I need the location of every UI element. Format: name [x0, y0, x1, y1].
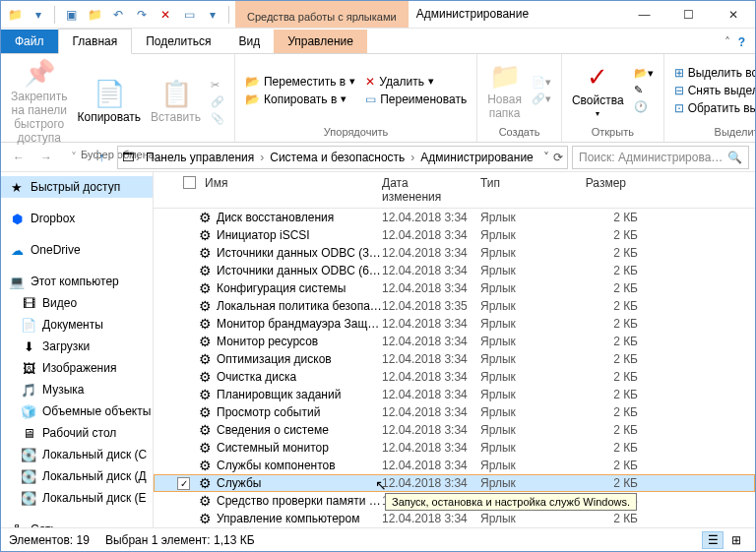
nav-downloads[interactable]: ⬇Загрузки: [1, 336, 153, 357]
chevron-right-icon[interactable]: ›: [258, 151, 266, 164]
nav-onedrive[interactable]: ☁OneDrive: [1, 239, 153, 261]
nav-disk-e[interactable]: 💽Локальный диск (Е: [1, 487, 153, 509]
nav-documents[interactable]: 📄Документы: [1, 314, 153, 336]
nav-quick-access[interactable]: ★Быстрый доступ: [1, 176, 153, 198]
file-row[interactable]: ⚙Монитор ресурсов12.04.2018 3:34Ярлык2 К…: [154, 333, 755, 350]
file-row[interactable]: ⚙Просмотр событий12.04.2018 3:34Ярлык2 К…: [154, 403, 755, 421]
tab-manage[interactable]: Управление: [274, 30, 367, 53]
nav-desktop[interactable]: 🖥Рабочий стол: [1, 422, 153, 444]
file-row[interactable]: ⚙Конфигурация системы12.04.2018 3:34Ярлы…: [154, 279, 755, 297]
rename-button[interactable]: ▭ Переименовать: [361, 91, 471, 108]
col-date[interactable]: Дата изменения: [376, 176, 474, 204]
file-row[interactable]: ⚙Службы компонентов12.04.2018 3:34Ярлык2…: [154, 457, 755, 474]
file-row[interactable]: ⚙Инициатор iSCSI12.04.2018 3:34Ярлык2 КБ: [154, 226, 755, 244]
navigation-pane[interactable]: ★Быстрый доступ ⬢Dropbox ☁OneDrive 💻Этот…: [1, 172, 154, 527]
select-all-button[interactable]: ⊞ Выделить все: [670, 64, 756, 82]
delete-icon[interactable]: ✕: [156, 5, 175, 25]
select-none-button[interactable]: ⊟ Снять выделение: [670, 82, 756, 99]
copy-button[interactable]: 📄Копировать: [73, 77, 145, 126]
file-row[interactable]: ⚙Диск восстановления12.04.2018 3:34Ярлык…: [154, 209, 755, 226]
file-size: 2 КБ: [569, 512, 638, 525]
nav-network[interactable]: 🖧Сеть: [1, 519, 153, 527]
file-row[interactable]: ⚙Локальная политика безопасности12.04.20…: [154, 297, 755, 315]
open-small-button[interactable]: 📂▾: [630, 65, 658, 82]
new-folder-button[interactable]: 📁Новая папка: [483, 59, 526, 122]
undo-icon[interactable]: ↶: [108, 5, 128, 25]
file-row[interactable]: ⚙Сведения о системе12.04.2018 3:34Ярлык2…: [154, 421, 755, 439]
file-row[interactable]: ⚙Источники данных ODBC (64-разряд...12.0…: [154, 262, 755, 279]
search-input[interactable]: Поиск: Администрирование 🔍: [572, 146, 749, 169]
file-row[interactable]: ⚙Системный монитор12.04.2018 3:34Ярлык2 …: [154, 439, 755, 457]
breadcrumb-segment[interactable]: Система и безопасность: [266, 151, 409, 164]
tab-share[interactable]: Поделиться: [132, 30, 224, 53]
up-button[interactable]: ↑: [90, 146, 113, 169]
file-row[interactable]: ⚙Управление компьютером12.04.2018 3:34Яр…: [154, 510, 755, 527]
rename-icon[interactable]: ▭: [179, 5, 199, 25]
help-icon[interactable]: ?: [738, 35, 745, 49]
nav-dropbox[interactable]: ⬢Dropbox: [1, 208, 153, 229]
paste-shortcut-button[interactable]: 📎: [207, 110, 228, 127]
nav-videos[interactable]: 🎞Видео: [1, 292, 153, 314]
redo-icon[interactable]: ↷: [132, 5, 152, 25]
col-size[interactable]: Размер: [563, 176, 632, 204]
col-type[interactable]: Тип: [474, 176, 563, 204]
pin-quickaccess-button[interactable]: 📌Закрепить на панели быстрого доступа: [7, 56, 71, 147]
breadcrumb-segment[interactable]: Администрирование: [416, 151, 536, 164]
file-row[interactable]: ⚙Источники данных ODBC (32-разряд...12.0…: [154, 244, 755, 262]
select-all-checkbox[interactable]: [183, 176, 196, 189]
breadcrumb-segment[interactable]: Панель управления: [142, 151, 258, 164]
file-name: Инициатор iSCSI: [217, 228, 382, 242]
forward-button[interactable]: →: [34, 146, 58, 169]
col-name[interactable]: Имя: [199, 176, 376, 204]
tab-file[interactable]: Файл: [1, 30, 58, 53]
maximize-button[interactable]: ☐: [666, 1, 711, 28]
nav-3d-objects[interactable]: 🧊Объемные объекты: [1, 400, 153, 422]
file-row[interactable]: ⚙Планировщик заданий12.04.2018 3:34Ярлык…: [154, 386, 755, 403]
search-icon[interactable]: 🔍: [727, 151, 742, 164]
dropdown-icon[interactable]: ▾: [29, 5, 48, 25]
address-bar[interactable]: 🗔 › Панель управления › Система и безопа…: [117, 146, 568, 169]
view-large-button[interactable]: ⊞: [725, 531, 747, 549]
shortcut-icon: ⚙: [199, 298, 217, 314]
properties-icon[interactable]: ▣: [61, 5, 81, 25]
file-row[interactable]: ✓⚙Службы12.04.2018 3:34Ярлык2 КБЗапуск, …: [154, 474, 755, 492]
nav-disk-d[interactable]: 💽Локальный диск (Д: [1, 465, 153, 487]
file-row[interactable]: ⚙Очистка диска12.04.2018 3:34Ярлык2 КБ: [154, 368, 755, 386]
nav-this-pc[interactable]: 💻Этот компьютер: [1, 271, 153, 292]
address-dropdown[interactable]: ˅: [543, 151, 549, 164]
nav-music[interactable]: 🎵Музыка: [1, 379, 153, 400]
ribbon-collapse-icon[interactable]: ˄: [724, 35, 730, 49]
row-checkbox[interactable]: ✓: [177, 477, 190, 490]
copy-to-button[interactable]: 📂 Копировать в ▾: [241, 91, 359, 108]
edit-small-button[interactable]: ✎: [630, 82, 658, 98]
cut-small-button[interactable]: ✂: [207, 77, 228, 93]
move-to-button[interactable]: 📂 Переместить в ▾: [241, 73, 359, 91]
recent-dropdown[interactable]: ˅: [62, 146, 86, 169]
new-item-button[interactable]: 📄▾: [528, 74, 555, 91]
file-row[interactable]: ⚙Оптимизация дисков12.04.2018 3:34Ярлык2…: [154, 350, 755, 368]
paste-button[interactable]: 📋Вставить: [147, 77, 205, 126]
file-row[interactable]: ⚙Монитор брандмауэра Защитника...12.04.2…: [154, 315, 755, 333]
history-small-button[interactable]: 🕐: [630, 98, 658, 115]
qat-more-icon[interactable]: ▾: [203, 5, 222, 25]
paste-icon: 📋: [160, 79, 192, 108]
delete-button[interactable]: ✕ Удалить ▾: [361, 73, 471, 91]
new-folder-icon[interactable]: 📁: [85, 5, 104, 25]
nav-disk-c[interactable]: 💽Локальный диск (С: [1, 444, 153, 465]
refresh-button[interactable]: ⟳: [553, 151, 563, 164]
back-button[interactable]: ←: [7, 146, 31, 169]
view-details-button[interactable]: ☰: [702, 531, 724, 549]
file-list[interactable]: ⚙Диск восстановления12.04.2018 3:34Ярлык…: [154, 209, 755, 527]
select-invert-button[interactable]: ⊡ Обратить выделение: [670, 99, 756, 117]
minimize-button[interactable]: —: [622, 1, 666, 28]
tab-home[interactable]: Главная: [58, 29, 133, 54]
copypath-small-button[interactable]: 🔗: [207, 93, 228, 110]
easy-access-button[interactable]: 🔗▾: [528, 91, 555, 107]
folder-icon[interactable]: 📁: [5, 5, 25, 25]
chevron-right-icon[interactable]: ›: [134, 151, 142, 164]
close-button[interactable]: ✕: [711, 1, 755, 28]
tab-view[interactable]: Вид: [224, 30, 274, 53]
chevron-right-icon[interactable]: ›: [409, 151, 416, 164]
properties-button[interactable]: ✓Свойства▾: [568, 60, 628, 120]
nav-pictures[interactable]: 🖼Изображения: [1, 357, 153, 379]
